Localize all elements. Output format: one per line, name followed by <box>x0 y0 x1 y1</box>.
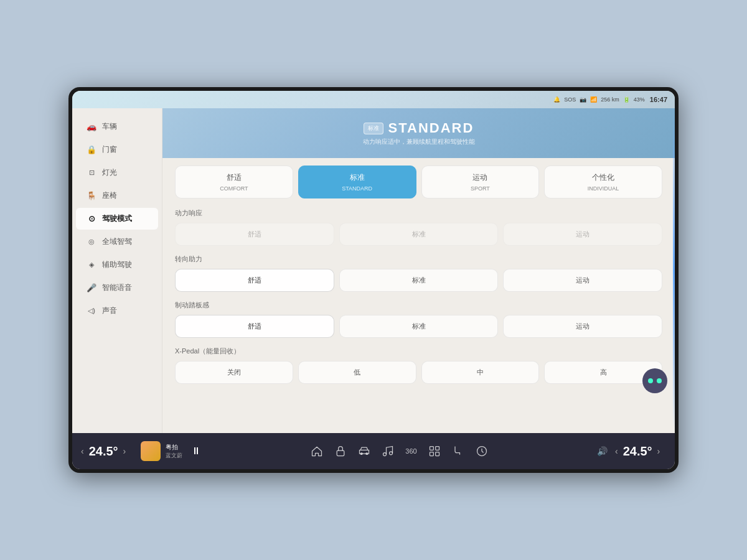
seat-icon: 🪑 <box>86 191 97 200</box>
xpedal-label: X-Pedal（能量回收） <box>175 347 662 356</box>
nav-seat[interactable] <box>452 445 464 457</box>
power-comfort-label: 舒适 <box>248 230 261 238</box>
play-pause-button[interactable]: ⏸ <box>187 446 205 457</box>
settings-scroll[interactable]: 舒适 COMFORT 标准 STANDARD 运动 SPORT 个性化 <box>162 158 675 433</box>
tab-comfort[interactable]: 舒适 COMFORT <box>175 166 293 198</box>
battery-level: 43% <box>634 96 645 103</box>
brake-comfort-btn[interactable]: 舒适 <box>175 315 334 338</box>
robot-assistant[interactable] <box>642 368 670 396</box>
xpedal-mid-btn[interactable]: 中 <box>421 361 540 384</box>
assist-drive-icon: ◈ <box>86 261 97 269</box>
xpedal-off-btn[interactable]: 关闭 <box>175 361 293 384</box>
power-comfort-btn[interactable]: 舒适 <box>175 223 334 246</box>
tab-sport-cn: 运动 <box>427 172 534 183</box>
steering-standard-label: 标准 <box>412 276 426 284</box>
right-temp-control: ‹ 24.5° › <box>613 444 669 459</box>
brake-sport-btn[interactable]: 运动 <box>503 315 662 338</box>
sidebar-label-lights: 灯光 <box>102 167 117 178</box>
nav-360[interactable]: 360 <box>405 447 416 455</box>
left-temp-value: 24.5° <box>89 444 118 459</box>
smart-drive-icon: ◎ <box>86 238 97 246</box>
battery-icon: 🔋 <box>623 96 630 103</box>
sidebar-item-drive-mode[interactable]: ⊙ 驾驶模式 <box>76 208 158 230</box>
tab-individual-cn: 个性化 <box>550 172 657 183</box>
svg-point-3 <box>383 453 387 456</box>
camera-icon: 📷 <box>580 96 586 103</box>
tab-standard[interactable]: 标准 STANDARD <box>298 166 416 198</box>
xpedal-options: 关闭 低 中 高 <box>175 361 662 384</box>
xpedal-off-label: 关闭 <box>227 368 241 376</box>
nav-music[interactable] <box>382 445 394 457</box>
robot-eye-right <box>657 378 662 383</box>
lights-icon: ⊡ <box>86 169 97 177</box>
sidebar-item-doors[interactable]: 🔒 门窗 <box>76 139 158 161</box>
left-temp-up-arrow[interactable]: › <box>121 446 129 456</box>
media-artist: 蓝文蔚 <box>166 452 182 460</box>
section-brake: 制动踏板感 舒适 标准 运动 <box>175 301 662 338</box>
door-icon: 🔒 <box>86 145 97 154</box>
sidebar-item-smart-drive[interactable]: ◎ 全域智驾 <box>76 231 158 253</box>
section-xpedal: X-Pedal（能量回收） 关闭 低 中 <box>175 347 662 384</box>
xpedal-low-label: 低 <box>354 368 360 376</box>
home-icon <box>311 445 323 457</box>
screen-container: 🔔 SOS 📷 📶 256 km 🔋 43% 16:47 🚗 车辆 🔒 <box>68 87 679 473</box>
steering-sport-btn[interactable]: 运动 <box>503 269 662 292</box>
nav-apps[interactable] <box>428 445 441 457</box>
nav-charge[interactable] <box>476 445 488 457</box>
tab-individual[interactable]: 个性化 INDIVIDUAL <box>544 166 662 198</box>
nav-icons: 360 <box>211 445 588 457</box>
sidebar: 🚗 车辆 🔒 门窗 ⊡ 灯光 🪑 座椅 ⊙ 驾驶模式 <box>72 108 162 433</box>
left-temp-control: ‹ 24.5° › <box>78 444 134 459</box>
sidebar-item-assist-drive[interactable]: ◈ 辅助驾驶 <box>76 254 158 276</box>
tab-comfort-en: COMFORT <box>220 185 248 192</box>
music-icon <box>382 445 394 457</box>
taskbar: ‹ 24.5° › 粤拍 蓝文蔚 ⏸ <box>72 433 675 469</box>
xpedal-low-btn[interactable]: 低 <box>298 361 416 384</box>
power-sport-btn[interactable]: 运动 <box>503 223 662 246</box>
power-response-label: 动力响应 <box>175 208 662 218</box>
sidebar-item-seat[interactable]: 🪑 座椅 <box>76 185 158 207</box>
mode-tabs: 舒适 COMFORT 标准 STANDARD 运动 SPORT 个性化 <box>175 166 662 198</box>
sidebar-item-vehicle[interactable]: 🚗 车辆 <box>76 116 158 138</box>
nav-home[interactable] <box>311 445 323 457</box>
brake-comfort-label: 舒适 <box>248 322 261 330</box>
media-thumbnail <box>141 441 161 461</box>
brake-options: 舒适 标准 运动 <box>175 315 662 338</box>
status-icons: 🔔 SOS 📷 📶 256 km 🔋 43% <box>553 96 645 103</box>
left-temp-down-arrow[interactable]: ‹ <box>78 446 87 456</box>
sidebar-item-sound[interactable]: ◁) 声音 <box>76 300 158 322</box>
mode-subtitle: 动力响应适中，兼顾续航里程和驾驶性能 <box>363 138 475 146</box>
steering-sport-label: 运动 <box>576 276 590 284</box>
time-display: 16:47 <box>650 96 667 103</box>
section-steering: 转向助力 舒适 标准 运动 <box>175 254 662 292</box>
nav-lock[interactable] <box>334 445 347 457</box>
tab-sport[interactable]: 运动 SPORT <box>421 166 540 198</box>
sidebar-label-smart-drive: 全域智驾 <box>102 236 132 247</box>
steering-options: 舒适 标准 运动 <box>175 269 662 292</box>
media-info: 粤拍 蓝文蔚 <box>166 443 182 460</box>
brake-standard-btn[interactable]: 标准 <box>339 315 499 338</box>
right-temp-down-arrow[interactable]: ‹ <box>613 446 621 456</box>
seat-nav-icon <box>452 445 464 457</box>
right-temp-value: 24.5° <box>623 444 652 459</box>
right-temp-up-arrow[interactable]: › <box>655 446 663 456</box>
steering-standard-btn[interactable]: 标准 <box>339 269 499 292</box>
drive-mode-icon: ⊙ <box>86 214 97 223</box>
volume-icon[interactable]: 🔊 <box>597 446 608 456</box>
svg-rect-7 <box>430 452 433 456</box>
steering-label: 转向助力 <box>175 254 662 264</box>
range-display: 256 km <box>601 96 619 103</box>
sidebar-item-lights[interactable]: ⊡ 灯光 <box>76 162 158 184</box>
notification-icon: 🔔 <box>553 96 560 103</box>
svg-rect-0 <box>337 450 344 455</box>
signal-icon: 📶 <box>590 96 597 103</box>
svg-rect-5 <box>430 447 433 450</box>
content-header: 标准 STANDARD 动力响应适中，兼顾续航里程和驾驶性能 <box>162 108 675 158</box>
nav-car[interactable] <box>358 445 370 457</box>
mode-title: STANDARD <box>388 120 474 136</box>
power-standard-btn[interactable]: 标准 <box>339 223 499 246</box>
media-section: 粤拍 蓝文蔚 ⏸ <box>141 441 205 461</box>
mode-badge: 标准 <box>364 123 383 134</box>
sidebar-item-voice[interactable]: 🎤 智能语音 <box>76 277 158 299</box>
steering-comfort-btn[interactable]: 舒适 <box>175 269 334 292</box>
